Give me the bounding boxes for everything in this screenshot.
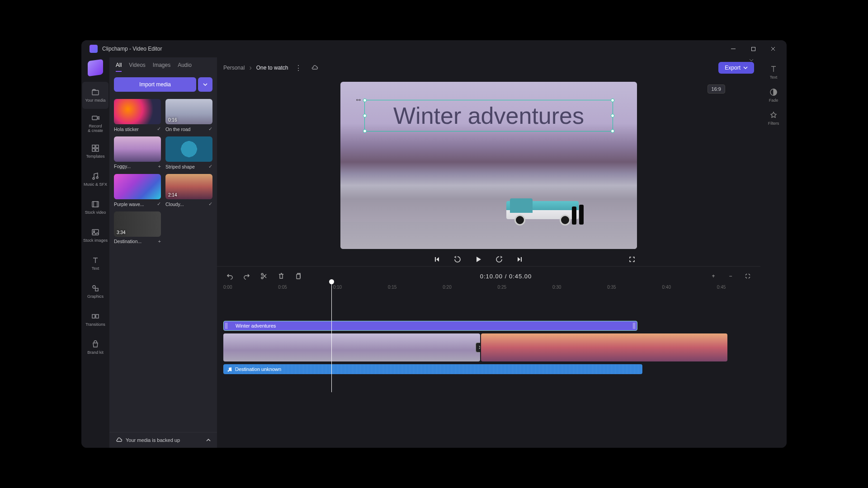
tracks-area[interactable]: Winter adventures ✕ De [223, 293, 754, 392]
tab-videos[interactable]: Videos [129, 62, 145, 72]
left-rail: Your media Record & create Templates Mus… [81, 57, 109, 448]
stage: Winter adventures ⤡ [217, 78, 760, 266]
split-button[interactable] [258, 270, 270, 282]
brand-icon[interactable] [88, 59, 103, 77]
resize-handle-ne[interactable] [611, 99, 614, 102]
skip-end-button[interactable] [515, 254, 525, 264]
svg-point-22 [261, 277, 263, 279]
music-icon [91, 172, 100, 181]
rail-record-create[interactable]: Record & create [82, 110, 108, 137]
audio-clip-label: Destination unknown [235, 366, 281, 372]
plus-icon[interactable]: + [158, 164, 161, 169]
tab-images[interactable]: Images [153, 62, 170, 72]
rail-label: Stock images [83, 239, 108, 243]
media-item[interactable]: Purple wave...✓ [114, 174, 161, 207]
plus-icon[interactable]: + [158, 239, 161, 244]
media-name: On the road [165, 127, 190, 132]
add-track-button[interactable]: + [707, 270, 720, 282]
ruler-tick: 0:45 [717, 285, 726, 290]
media-item[interactable]: Hola sticker✓ [114, 99, 161, 132]
resize-handle-e[interactable] [611, 114, 614, 117]
rail-music[interactable]: Music & SFX [82, 166, 108, 193]
video-clip-1[interactable]: ✕ [223, 333, 480, 361]
prop-fade[interactable]: Fade [763, 85, 784, 105]
backup-status[interactable]: Your media is backed up [109, 432, 217, 448]
media-item[interactable]: 2:14Cloudy...✓ [165, 174, 212, 207]
text-overlay-box[interactable]: Winter adventures [364, 100, 613, 131]
import-media-button[interactable]: Import media [114, 77, 196, 92]
media-thumb: 3:34 [114, 211, 161, 237]
text-track-clip[interactable]: Winter adventures [223, 321, 637, 331]
aspect-ratio-button[interactable]: 16:9 [708, 84, 725, 94]
breadcrumb-current[interactable]: One to watch [256, 65, 288, 71]
timeline-collapse-button[interactable] [749, 57, 754, 65]
rail-your-media[interactable]: Your media [82, 82, 108, 109]
app-logo-icon [90, 45, 98, 53]
rail-transitions[interactable]: Transitions [82, 306, 108, 333]
rail-label: Brand kit [87, 351, 104, 355]
copy-button[interactable] [292, 270, 305, 282]
svg-point-25 [231, 370, 232, 371]
resize-handle-w[interactable] [363, 114, 367, 117]
fullscreen-button[interactable] [627, 254, 637, 264]
svg-rect-4 [92, 90, 99, 95]
import-dropdown-button[interactable] [198, 77, 212, 92]
prop-filters[interactable]: Filters [763, 108, 784, 128]
audio-track-clip[interactable]: Destination unknown [223, 364, 642, 374]
close-button[interactable] [763, 42, 783, 56]
forward-button[interactable] [494, 254, 504, 264]
undo-button[interactable] [223, 270, 236, 282]
rail-stock-images[interactable]: Stock images [82, 222, 108, 249]
redo-button[interactable] [241, 270, 253, 282]
rewind-button[interactable] [453, 254, 462, 264]
breadcrumb-root[interactable]: Personal [223, 65, 245, 71]
video-clip-2[interactable] [481, 333, 728, 361]
zoom-out-button[interactable]: − [724, 270, 737, 282]
check-icon[interactable]: ✓ [208, 164, 212, 169]
rail-templates[interactable]: Templates [82, 138, 108, 165]
prop-text[interactable]: Text [763, 62, 784, 82]
text-clip-icon [227, 323, 233, 328]
svg-rect-19 [92, 314, 95, 318]
preview-canvas[interactable]: Winter adventures ⤡ [340, 82, 637, 249]
cloud-sync-button[interactable] [309, 62, 321, 74]
check-icon[interactable]: ✓ [208, 126, 212, 132]
rail-text[interactable]: Text [82, 250, 108, 277]
tab-all[interactable]: All [116, 62, 122, 72]
more-options-button[interactable]: ⋮ [292, 62, 304, 74]
resize-handle-nw[interactable] [363, 99, 367, 102]
maximize-button[interactable] [743, 42, 763, 56]
video-track[interactable]: ✕ [223, 333, 727, 361]
zoom-fit-button[interactable] [741, 270, 754, 282]
rail-brand-kit[interactable]: Brand kit [82, 334, 108, 361]
transition-handle[interactable]: ✕ [476, 343, 480, 352]
media-item[interactable]: Foggy...+ [114, 136, 161, 169]
media-item[interactable]: Striped shape✓ [165, 136, 212, 169]
media-grid: Hola sticker✓0:16On the road✓Foggy...+St… [109, 94, 217, 249]
time-ruler[interactable]: 0:000:050:100:150:200:250:300:350:400:45 [223, 284, 754, 293]
media-duration: 3:34 [117, 230, 125, 235]
prop-label: Fade [769, 98, 778, 103]
waveform [223, 364, 642, 374]
tab-audio[interactable]: Audio [178, 62, 192, 72]
check-icon[interactable]: ✓ [208, 201, 212, 207]
rail-graphics[interactable]: Graphics [82, 278, 108, 305]
playhead[interactable] [331, 282, 332, 392]
resize-handle-se[interactable] [611, 129, 614, 133]
media-item[interactable]: 0:16On the road✓ [165, 99, 212, 132]
check-icon[interactable]: ✓ [157, 126, 161, 132]
clip-trim-left[interactable] [225, 323, 228, 329]
skip-start-button[interactable] [432, 254, 442, 264]
chevron-up-icon [206, 438, 211, 442]
rail-stock-video[interactable]: Stock video [82, 194, 108, 221]
clip-trim-right[interactable] [633, 323, 636, 329]
ruler-tick: 0:15 [388, 285, 396, 290]
check-icon[interactable]: ✓ [157, 201, 161, 207]
media-item[interactable]: 3:34Destination...+ [114, 211, 161, 244]
play-button[interactable] [473, 254, 483, 264]
svg-rect-12 [92, 202, 99, 207]
delete-button[interactable] [275, 270, 288, 282]
minimize-button[interactable] [723, 42, 743, 56]
resize-handle-sw[interactable] [363, 129, 367, 133]
chevron-right-icon: › [249, 64, 251, 72]
